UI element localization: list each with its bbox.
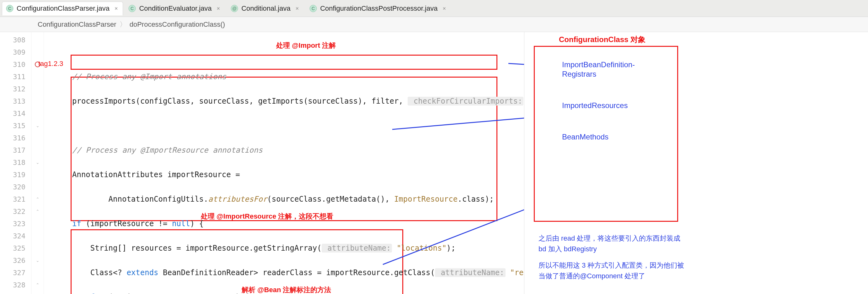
right-annotation-panel: ConfigurationClass 对象 ImportBeanDefiniti… — [524, 32, 868, 294]
tab-label: ConditionEvaluator.java — [139, 4, 212, 12]
fold-end-icon[interactable]: ⌃ — [31, 279, 43, 291]
code-comment: // Process any @ImportResource annotatio… — [72, 146, 263, 154]
java-class-icon: C — [6, 5, 13, 12]
fold-end-icon[interactable]: ⌃ — [31, 205, 43, 218]
svg-text:C: C — [8, 6, 11, 11]
right-note-paragraph: 所以不能用这 3 种方式引入配置类，因为他们被当做了普通的@Component … — [538, 260, 686, 282]
right-item-label: Registrars — [562, 70, 596, 79]
bookmark-tag: tag1.2.3 — [38, 60, 63, 68]
tab-label: ConfigurationClassParser.java — [17, 4, 110, 12]
line-number: 323 — [0, 218, 31, 230]
line-number: 325 — [0, 242, 31, 255]
line-number-gutter[interactable]: 308 309 310 311 312 313 314 315 316 317 … — [0, 32, 31, 294]
editor-main: 308 309 310 311 312 313 314 315 316 317 … — [0, 32, 868, 294]
line-number: 327 — [0, 267, 31, 279]
line-number: 320 — [0, 181, 31, 193]
line-number: 308 — [0, 34, 31, 46]
right-panel-title: ConfigurationClass 对象 — [559, 34, 646, 45]
line-number: 315 — [0, 120, 31, 132]
line-number: 328 — [0, 279, 31, 291]
line-number: 321 — [0, 193, 31, 205]
line-number: 324 — [0, 230, 31, 242]
tab-label: Conditional.java — [241, 4, 290, 12]
svg-text:C: C — [130, 6, 134, 11]
line-number: 317 — [0, 144, 31, 156]
editor-tabs-bar: C ConfigurationClassParser.java × C Cond… — [0, 0, 868, 17]
tab-file-2[interactable]: @ Conditional.java × — [226, 2, 304, 16]
inlay-hint: checkForCircularImports: — [408, 97, 523, 106]
right-item-label: ImportBeanDefinition- — [562, 60, 635, 69]
breadcrumb-method[interactable]: doProcessConfigurationClass() — [130, 21, 225, 29]
breadcrumb-class[interactable]: ConfigurationClassParser — [38, 21, 117, 29]
code-comment: // Process any @Import annotations — [72, 72, 226, 81]
line-number: 309 — [0, 46, 31, 58]
line-number: 316 — [0, 132, 31, 144]
line-number: 310 — [0, 58, 31, 71]
line-number: 322 — [0, 205, 31, 218]
line-number: 314 — [0, 108, 31, 120]
java-class-icon: C — [309, 5, 317, 12]
chevron-right-icon: 〉 — [120, 20, 126, 29]
fold-toggle-icon[interactable]: ⌄ — [31, 255, 43, 267]
line-number: 312 — [0, 83, 31, 95]
fold-toggle-icon[interactable]: ⌄ — [31, 156, 43, 169]
right-item-label: ImportedResources — [562, 101, 628, 110]
close-icon[interactable]: × — [217, 5, 220, 12]
line-number: 319 — [0, 169, 31, 181]
code-block[interactable]: // Process any @Import annotations proce… — [72, 34, 555, 294]
line-number: 318 — [0, 156, 31, 169]
close-icon[interactable]: × — [296, 5, 299, 12]
svg-text:@: @ — [232, 6, 237, 11]
java-annotation-icon: @ — [231, 5, 238, 12]
close-icon[interactable]: × — [442, 5, 446, 12]
tab-file-1[interactable]: C ConditionEvaluator.java × — [124, 2, 225, 16]
breadcrumb: ConfigurationClassParser 〉 doProcessConf… — [0, 17, 868, 32]
tab-label: ConfigurationClassPostProcessor.java — [320, 4, 437, 12]
tab-file-0[interactable]: C ConfigurationClassParser.java × — [2, 2, 123, 16]
line-number: 313 — [0, 95, 31, 108]
line-number: 311 — [0, 71, 31, 83]
fold-end-icon[interactable]: ⌃ — [31, 193, 43, 205]
editor-viewport[interactable]: tag1.2.3 处理 @Import 注解 处理 @ImportResourc… — [44, 32, 524, 294]
svg-text:C: C — [312, 6, 315, 11]
inlay-hint: attributeName: — [322, 244, 392, 253]
right-note-paragraph: 之后由 read 处理，将这些要引入的东西封装成 bd 加入 bdRegistr… — [538, 233, 686, 255]
fold-gutter[interactable]: ⌄ ⌄ ⌃ ⌃ ⌄ ⌃ — [31, 32, 44, 294]
close-icon[interactable]: × — [115, 5, 118, 12]
java-class-icon: C — [128, 5, 136, 12]
inlay-hint: attributeName: — [435, 268, 505, 277]
fold-toggle-icon[interactable]: ⌄ — [31, 120, 43, 132]
tab-file-3[interactable]: C ConfigurationClassPostProcessor.java × — [305, 2, 451, 16]
right-item-label: BeanMethods — [562, 133, 609, 141]
line-number: 326 — [0, 255, 31, 267]
